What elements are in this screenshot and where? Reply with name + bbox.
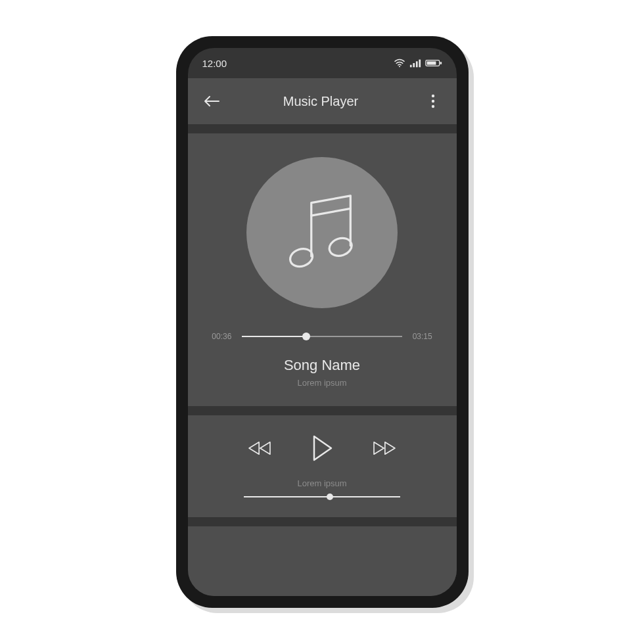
- svg-rect-7: [440, 62, 442, 64]
- volume-thumb[interactable]: [327, 494, 333, 500]
- svg-point-10: [431, 105, 434, 108]
- more-button[interactable]: [424, 94, 442, 108]
- progress-thumb[interactable]: [302, 333, 310, 340]
- now-playing-panel: 00:36 03:15 Song Name Lorem ipsum: [188, 133, 457, 406]
- song-subtitle: Lorem ipsum: [297, 378, 346, 388]
- screen: 12:00: [188, 48, 457, 596]
- elapsed-time: 00:36: [212, 332, 231, 341]
- status-time: 12:00: [202, 58, 227, 69]
- svg-point-9: [431, 100, 434, 103]
- wifi-icon: [394, 58, 405, 68]
- music-note-icon: [283, 189, 361, 277]
- bottom-panel: [188, 526, 457, 596]
- progress-bar[interactable]: 00:36 03:15: [212, 332, 432, 341]
- phone-frame: 12:00: [176, 36, 469, 608]
- battery-icon: [425, 58, 442, 68]
- svg-rect-4: [419, 60, 421, 68]
- status-icons: [394, 58, 442, 68]
- app-header: Music Player: [188, 78, 457, 124]
- svg-rect-6: [426, 61, 436, 64]
- previous-button[interactable]: [246, 438, 273, 458]
- status-bar: 12:00: [188, 48, 457, 78]
- page-title: Music Player: [218, 94, 424, 109]
- volume-label: Lorem ipsum: [297, 478, 346, 488]
- controls-panel: Lorem ipsum: [188, 415, 457, 517]
- duration-time: 03:15: [413, 332, 432, 341]
- next-button[interactable]: [371, 438, 398, 458]
- svg-rect-2: [413, 63, 415, 67]
- album-art: [246, 157, 398, 308]
- svg-rect-1: [409, 65, 411, 68]
- progress-track[interactable]: [242, 336, 402, 337]
- svg-point-0: [398, 66, 400, 67]
- svg-rect-3: [415, 61, 417, 67]
- play-button[interactable]: [309, 434, 335, 463]
- signal-icon: [409, 58, 421, 68]
- volume-slider[interactable]: [244, 496, 400, 497]
- song-title: Song Name: [284, 357, 360, 374]
- svg-point-8: [431, 95, 434, 97]
